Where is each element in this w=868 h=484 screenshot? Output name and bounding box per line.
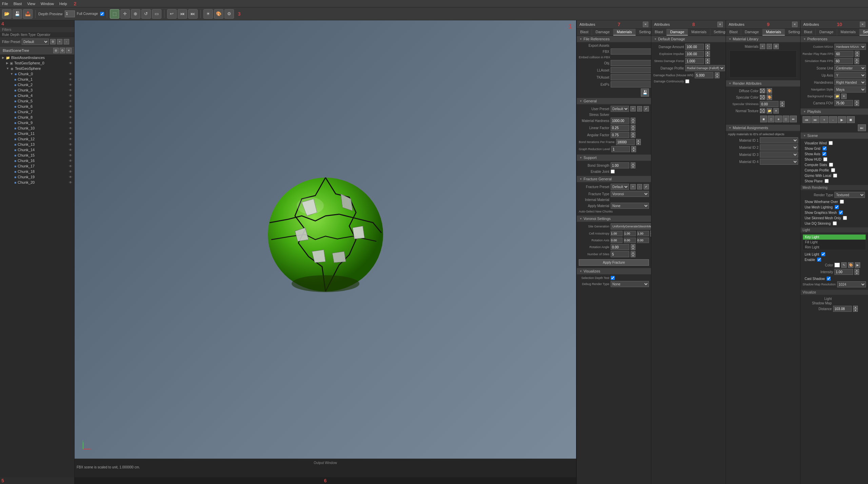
tree-item-chunk-11[interactable]: ■Chunk_11👁 bbox=[0, 131, 74, 136]
tree-item-chunk-14[interactable]: ■Chunk_14👁 bbox=[0, 147, 74, 153]
mat-hardness-input[interactable] bbox=[611, 118, 629, 124]
enable-light-checkbox[interactable] bbox=[817, 258, 821, 262]
debug-render-select[interactable]: None bbox=[611, 281, 649, 287]
enable-joint-checkbox[interactable] bbox=[611, 169, 615, 174]
compute-stats-checkbox[interactable] bbox=[829, 163, 833, 167]
sr-down[interactable]: ▼ bbox=[854, 61, 859, 64]
tree-item-chunk-13[interactable]: ■Chunk_13👁 bbox=[0, 142, 74, 147]
fov-up[interactable]: ▲ bbox=[854, 100, 859, 103]
cell-aniso-z[interactable] bbox=[637, 231, 649, 236]
camera-fov-input[interactable] bbox=[834, 100, 853, 106]
sim-rate-input[interactable] bbox=[834, 58, 853, 64]
normal-tex-btn[interactable]: 📁 bbox=[767, 108, 772, 114]
tree-item-chunk-8[interactable]: ■Chunk_8👁 bbox=[0, 115, 74, 120]
vis-c14[interactable]: 👁 bbox=[69, 148, 72, 152]
tree-item-chunk-4[interactable]: ■Chunk_4👁 bbox=[0, 93, 74, 98]
tree-item-chunk-6[interactable]: ■Chunk_6👁 bbox=[0, 104, 74, 109]
tab-9-blast[interactable]: Blast bbox=[726, 29, 741, 36]
use-mesh-lighting-checkbox[interactable] bbox=[835, 205, 839, 209]
sel-depth-test-checkbox[interactable] bbox=[611, 276, 615, 280]
filter-preset-select[interactable]: Default bbox=[22, 39, 49, 45]
section-playlists-title[interactable]: Playlists bbox=[801, 108, 868, 115]
sites-up[interactable]: ▲ bbox=[631, 251, 635, 254]
tree-close-btn[interactable]: ✕ bbox=[66, 48, 72, 53]
visibility-icon-0[interactable]: 👁 bbox=[69, 61, 72, 65]
menu-window[interactable]: Window bbox=[41, 2, 54, 6]
light-color-edit[interactable]: ✎ bbox=[841, 262, 847, 268]
fbx-input[interactable] bbox=[611, 48, 651, 55]
section-material-library-title[interactable]: Material Library bbox=[726, 36, 800, 42]
llasset-input[interactable] bbox=[611, 67, 651, 73]
stress-dmg-force-input[interactable] bbox=[685, 58, 704, 64]
tree-item-chunk-18[interactable]: ■Chunk_18👁 bbox=[0, 169, 74, 174]
vis-c8[interactable]: 👁 bbox=[69, 116, 72, 119]
vis-c15[interactable]: 👁 bbox=[69, 154, 72, 157]
vis-c19[interactable]: 👁 bbox=[69, 175, 72, 179]
rewind-button[interactable]: ↩ bbox=[167, 9, 177, 19]
obj-input[interactable] bbox=[611, 60, 651, 66]
tree-item-test-geo-sphere-0[interactable]: ▶ ▣ TestGeoSphere_0 👁 bbox=[0, 60, 74, 66]
bond-iter-up[interactable]: ▲ bbox=[636, 139, 641, 142]
num-sites-input[interactable] bbox=[611, 251, 629, 257]
vis-c18[interactable]: 👁 bbox=[69, 170, 72, 174]
angular-down[interactable]: ▼ bbox=[631, 135, 635, 138]
mat-hardness-up[interactable]: ▲ bbox=[631, 118, 635, 121]
nav-style-select[interactable]: Maya bbox=[834, 86, 866, 93]
depth-preview-input[interactable] bbox=[65, 11, 75, 17]
cell-aniso-x[interactable] bbox=[611, 231, 623, 236]
select-tool-button[interactable]: ⬚ bbox=[110, 9, 119, 19]
use-skinned-mesh-checkbox[interactable] bbox=[843, 216, 847, 220]
exp-down[interactable]: ▼ bbox=[705, 54, 710, 57]
graph-red-up[interactable]: ▲ bbox=[631, 146, 636, 149]
cell-aniso-y[interactable] bbox=[624, 231, 636, 236]
playlist-btn-1[interactable]: ⏮ bbox=[803, 116, 811, 123]
mat-settings-btn[interactable]: ⚙ bbox=[773, 44, 779, 49]
coverage-checkbox[interactable] bbox=[100, 12, 104, 16]
menu-file[interactable]: File bbox=[2, 2, 8, 6]
up-axis-select[interactable]: Y bbox=[834, 72, 866, 78]
render-thumb-3[interactable]: ◈ bbox=[775, 116, 782, 122]
vis-c5[interactable]: 👁 bbox=[69, 99, 72, 103]
vis-c16[interactable]: 👁 bbox=[69, 159, 72, 163]
damage-profile-select[interactable]: Radial Damage (Falloff) bbox=[685, 65, 725, 71]
mat-del-btn[interactable]: - bbox=[767, 44, 772, 49]
extps-input[interactable] bbox=[611, 81, 651, 87]
fill-light-item[interactable]: Fill Light bbox=[803, 240, 866, 245]
tree-item-chunk-10[interactable]: ■Chunk_10👁 bbox=[0, 125, 74, 131]
int-down[interactable]: ▼ bbox=[854, 272, 859, 275]
vis-c20[interactable]: 👁 bbox=[69, 181, 72, 184]
damage-amount-input[interactable] bbox=[685, 44, 704, 50]
shin-up[interactable]: ▲ bbox=[780, 101, 785, 104]
render-thumb-5[interactable]: ⏭ bbox=[790, 116, 797, 122]
panel-7-close[interactable]: ✕ bbox=[643, 22, 648, 27]
dist-down[interactable]: ▼ bbox=[853, 309, 858, 312]
section-support-title[interactable]: Support bbox=[577, 155, 651, 161]
play-next-button[interactable]: ⏭ bbox=[188, 9, 198, 19]
fracture-preset-select[interactable]: Default bbox=[611, 184, 629, 190]
preset-add-btn[interactable]: + bbox=[630, 106, 636, 112]
render-play-rate-input[interactable] bbox=[835, 51, 853, 57]
tab-10-blast[interactable]: Blast bbox=[801, 29, 816, 36]
filter-settings-btn[interactable]: ⚙ bbox=[50, 39, 56, 44]
section-render-attr-title[interactable]: Render Attributes bbox=[726, 80, 800, 87]
playlist-btn-6[interactable]: ⏹ bbox=[847, 116, 855, 123]
key-light-item[interactable]: Key Light bbox=[803, 235, 866, 240]
int-up[interactable]: ▲ bbox=[854, 269, 859, 272]
stress-down[interactable]: ▼ bbox=[705, 61, 710, 64]
tree-item-chunk-1[interactable]: ■Chunk_1👁 bbox=[0, 77, 74, 82]
link-light-checkbox[interactable] bbox=[821, 252, 825, 256]
rotate-tool-button[interactable]: ⊕ bbox=[131, 9, 140, 19]
rpr-up[interactable]: ▲ bbox=[855, 51, 860, 54]
tab-7-damage[interactable]: Damage bbox=[592, 29, 613, 36]
tab-7-materials[interactable]: Materials bbox=[613, 29, 636, 36]
diffuse-color-picker-btn[interactable]: 🎨 bbox=[767, 88, 772, 94]
dmg-amt-up[interactable]: ▲ bbox=[705, 44, 710, 47]
section-prefs-title[interactable]: Preferences bbox=[801, 36, 868, 42]
frac-preset-set[interactable]: ✔ bbox=[644, 184, 649, 189]
vis-c2[interactable]: 👁 bbox=[69, 83, 72, 87]
linear-factor-input[interactable] bbox=[611, 125, 629, 131]
light-color-expand[interactable]: ▶ bbox=[855, 262, 860, 268]
show-graphics-mesh-checkbox[interactable] bbox=[839, 210, 843, 215]
shin-down[interactable]: ▼ bbox=[780, 104, 785, 107]
tree-expand-btn[interactable]: ⊞ bbox=[53, 48, 59, 53]
